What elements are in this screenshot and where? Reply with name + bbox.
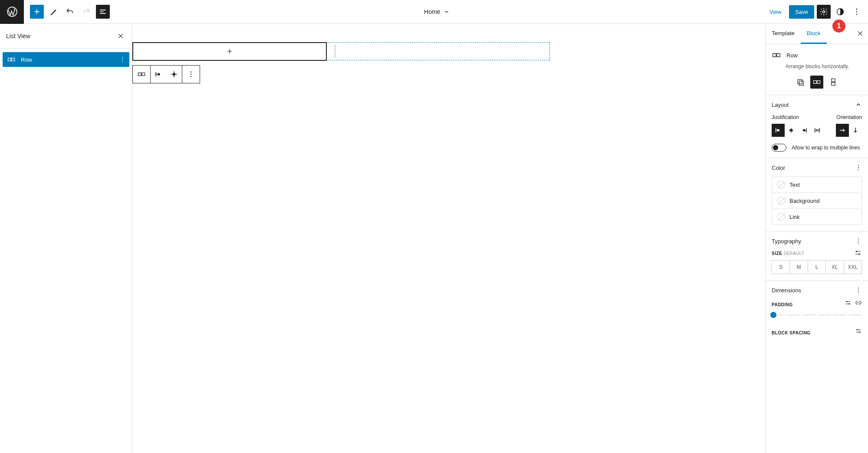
svg-rect-29 [816,129,817,132]
plus-icon[interactable] [226,47,233,55]
row-cell-right[interactable] [326,43,549,60]
list-view-toggle[interactable] [96,5,110,19]
svg-point-36 [858,243,859,244]
block-info-panel: Row Arrange blocks horizontally. [766,44,868,95]
close-list-view-button[interactable] [115,30,127,42]
row-cell-left[interactable] [132,42,327,61]
justify-center-button[interactable] [785,124,798,137]
svg-rect-28 [803,129,806,132]
svg-rect-20 [798,79,802,84]
toolbar-right: View Save 1 [764,5,868,19]
close-settings-button[interactable] [855,28,865,39]
font-size-picker: S M L XL XXL [772,260,862,274]
variant-stack-button[interactable] [827,76,840,89]
save-button[interactable]: Save [789,5,814,19]
svg-point-8 [122,57,123,58]
row-icon [7,55,16,64]
justify-left-button[interactable] [772,124,785,137]
color-text-button[interactable]: Text [772,177,861,193]
svg-point-9 [122,59,123,60]
list-item-label: Row [21,56,32,63]
view-button[interactable]: View [764,5,786,19]
layout-panel-header[interactable]: Layout [772,101,862,108]
orientation-horizontal-button[interactable] [836,124,849,137]
variant-row-button[interactable] [810,76,823,89]
align-button[interactable] [166,66,182,83]
add-block-button[interactable] [30,5,44,19]
more-options-button[interactable] [850,5,864,19]
size-xl-button[interactable]: XL [825,261,843,274]
svg-rect-7 [12,58,15,61]
orientation-vertical-button[interactable] [849,124,862,137]
padding-slider[interactable] [772,314,862,316]
list-view-title: List View [6,33,30,40]
typography-panel: Typography SIZE DEFAULT S M L XL XXL [766,231,868,281]
settings-tabs: Template Block [766,24,868,44]
svg-point-33 [858,169,859,170]
editor-canvas[interactable] [132,24,765,453]
list-item-row[interactable]: Row [3,52,129,67]
color-background-button[interactable]: Background [772,193,861,209]
svg-point-43 [848,303,850,304]
block-spacing-custom-button[interactable] [855,327,862,334]
undo-button[interactable] [63,5,77,19]
styles-button[interactable] [833,5,847,19]
list-item-more-icon[interactable] [119,56,126,63]
svg-rect-11 [138,73,141,76]
wordpress-logo[interactable] [0,0,24,24]
settings-sidebar: Template Block Row Arrange blocks horizo… [765,24,868,453]
svg-rect-14 [173,73,175,76]
svg-rect-6 [8,58,11,61]
svg-rect-21 [799,81,804,86]
tab-template[interactable]: Template [766,24,801,44]
size-m-button[interactable]: M [789,261,807,274]
svg-rect-23 [817,81,820,84]
tools-button[interactable] [46,5,60,19]
svg-point-5 [856,14,858,15]
justify-space-between-button[interactable] [811,124,824,137]
page-title: Home [424,8,440,15]
size-custom-button[interactable] [854,249,862,257]
row-block[interactable] [132,42,550,60]
svg-point-17 [191,76,191,77]
justify-button[interactable] [151,66,166,83]
svg-point-31 [858,165,859,166]
svg-point-4 [856,11,858,13]
color-link-button[interactable]: Link [772,209,861,225]
swatch-none-icon [777,181,785,188]
block-more-button[interactable] [182,66,200,83]
variant-group-button[interactable] [794,76,807,89]
typography-panel-more-button[interactable] [855,238,862,245]
svg-rect-25 [832,83,835,86]
dimensions-panel: Dimensions PADDING BLOCK SPACING [766,281,868,341]
svg-point-3 [856,9,858,10]
annotation-1: 1 [832,20,845,33]
settings-button[interactable] [817,5,831,19]
slider-knob[interactable] [770,312,776,318]
svg-rect-22 [814,81,817,84]
wrap-toggle[interactable] [772,144,786,152]
padding-custom-button[interactable] [845,299,852,306]
size-s-button[interactable]: S [772,261,789,274]
svg-rect-26 [777,129,779,132]
justify-right-button[interactable] [798,124,811,137]
tab-block[interactable]: Block [801,24,827,44]
document-title-dropdown[interactable]: Home [424,8,450,15]
size-xxl-button[interactable]: XXL [844,261,861,274]
swatch-none-icon [777,197,785,205]
padding-link-button[interactable] [855,299,862,306]
svg-rect-24 [832,79,835,82]
size-l-button[interactable]: L [808,261,825,274]
svg-point-34 [858,238,859,239]
svg-point-44 [857,329,858,331]
toolbar-left [0,0,110,23]
orientation-label: Orientation [836,114,862,120]
dimensions-panel-more-button[interactable] [855,287,862,294]
svg-point-15 [191,72,191,73]
color-panel-more-button[interactable] [855,164,862,171]
svg-rect-13 [158,73,160,76]
svg-point-1 [822,11,825,13]
block-type-button[interactable] [133,66,150,83]
redo-button[interactable] [79,5,93,19]
swatch-none-icon [777,213,785,221]
